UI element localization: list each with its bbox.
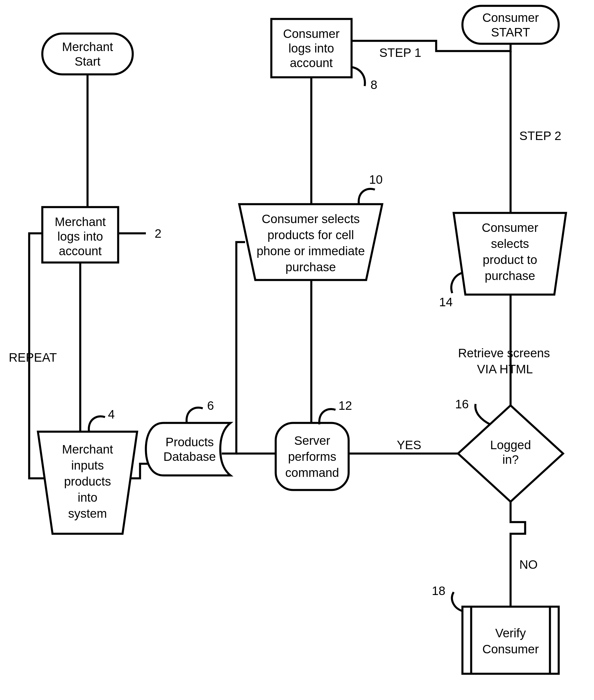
consumer-selects2-line2: selects <box>491 237 529 251</box>
ref-8: 8 <box>370 78 377 92</box>
merchant-login-line3: account <box>59 244 102 258</box>
ref-16: 16 <box>455 397 469 411</box>
merchant-start-line1: Merchant <box>62 40 113 54</box>
products-db-line1: Products <box>165 435 214 449</box>
consumer-start-line1: Consumer <box>482 11 539 25</box>
edge-no <box>510 502 525 607</box>
label-no: NO <box>519 558 538 571</box>
consumer-selects-line1: Consumer selects <box>262 212 360 226</box>
hook-ref14 <box>451 273 462 293</box>
label-retrieve1: Retrieve screens <box>458 346 550 360</box>
consumer-start-line2: START <box>491 25 530 39</box>
merchant-input-line5: system <box>68 507 107 520</box>
ref-18: 18 <box>432 584 446 598</box>
ref-14: 14 <box>439 295 453 309</box>
ref-6: 6 <box>207 399 214 412</box>
consumer-login-line1: Consumer <box>283 27 339 40</box>
hook-ref4 <box>89 416 105 432</box>
logged-in-line2: in? <box>502 453 519 466</box>
hook-ref16 <box>475 404 490 424</box>
hook-ref8 <box>352 67 365 86</box>
ref-12: 12 <box>338 399 352 412</box>
label-step1: STEP 1 <box>379 46 421 60</box>
merchant-start-line2: Start <box>75 55 101 68</box>
merchant-input-line3: products <box>64 474 111 488</box>
label-repeat: REPEAT <box>9 351 57 364</box>
hook-ref6 <box>187 407 203 423</box>
ref-10: 10 <box>369 173 383 187</box>
hook-ref10 <box>359 189 375 204</box>
ref-4: 4 <box>108 407 114 421</box>
consumer-selects-line4: purchase <box>286 260 336 274</box>
consumer-selects2-line3: product to <box>483 253 537 267</box>
edge-db-up <box>222 242 245 454</box>
server-cmd-line1: Server <box>294 434 330 447</box>
consumer-selects-line2: products for cell <box>267 228 354 242</box>
merchant-input-line1: Merchant <box>62 442 113 456</box>
products-db-line2: Database <box>163 450 216 463</box>
merchant-login-line1: Merchant <box>55 215 106 229</box>
consumer-selects-line3: phone or immediate <box>257 244 365 258</box>
label-yes: YES <box>397 438 421 452</box>
node-verify <box>462 607 559 674</box>
verify-line2: Consumer <box>482 642 539 656</box>
label-step2: STEP 2 <box>519 129 561 143</box>
logged-in-line1: Logged <box>490 438 531 452</box>
label-retrieve2: VIA HTML <box>477 362 533 376</box>
server-cmd-line3: command <box>285 466 339 479</box>
ref-2: 2 <box>155 227 161 240</box>
node-merchant-start <box>42 34 133 74</box>
merchant-input-line4: into <box>77 491 97 504</box>
consumer-selects2-line1: Consumer <box>482 221 538 234</box>
merchant-login-line2: logs into <box>58 230 103 243</box>
consumer-login-line2: logs into <box>289 41 334 55</box>
consumer-login-line3: account <box>290 56 333 70</box>
hook-ref18 <box>452 592 462 611</box>
verify-line1: Verify <box>495 626 526 640</box>
consumer-selects2-line4: purchase <box>485 269 535 282</box>
server-cmd-line2: performs <box>288 450 336 463</box>
merchant-input-line2: inputs <box>71 459 104 472</box>
node-products-db <box>146 423 230 475</box>
